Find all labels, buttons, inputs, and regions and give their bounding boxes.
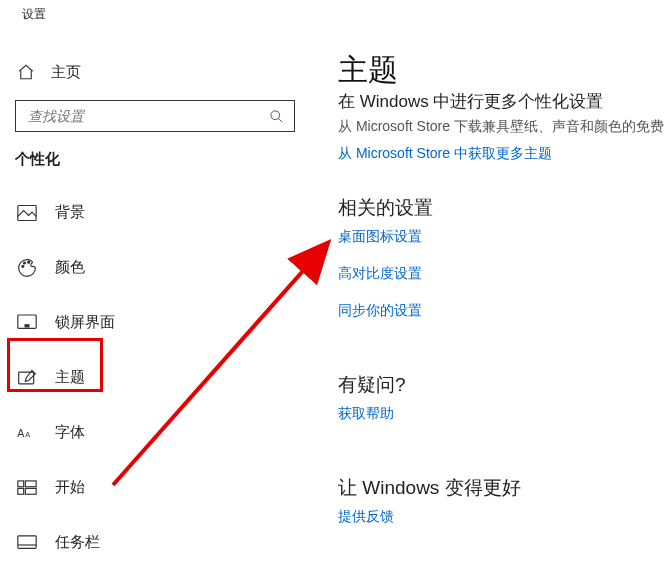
font-icon: A A [17,423,37,443]
svg-line-1 [278,118,282,122]
svg-rect-14 [25,488,36,494]
picture-icon [17,203,37,223]
sidebar-item-label: 开始 [55,478,85,497]
taskbar-icon [17,533,37,553]
svg-text:A: A [17,427,25,439]
related-heading: 相关的设置 [338,195,433,221]
settings-window: 设置 主页 个性化 [0,0,665,564]
palette-icon [17,258,37,278]
home-label: 主页 [51,63,81,82]
sidebar-item-fonts[interactable]: A A 字体 [0,405,300,460]
svg-point-4 [24,262,26,264]
sidebar-item-lockscreen[interactable]: 锁屏界面 [0,295,300,350]
sidebar-item-colors[interactable]: 颜色 [0,240,300,295]
sidebar: 主页 个性化 背景 [0,0,316,564]
sidebar-item-label: 任务栏 [55,533,100,552]
search-box[interactable] [15,100,295,132]
lockscreen-icon [17,313,37,333]
svg-text:A: A [25,430,30,439]
sidebar-item-label: 背景 [55,203,85,222]
improve-heading: 让 Windows 变得更好 [338,475,521,501]
sidebar-item-label: 字体 [55,423,85,442]
svg-rect-7 [25,324,30,327]
start-icon [17,478,37,498]
svg-point-0 [270,110,279,119]
section-description: 从 Microsoft Store 下载兼具壁纸、声音和颜色的免费 [338,118,664,136]
search-icon [268,108,284,124]
question-heading: 有疑问? [338,372,406,398]
desktop-icons-link[interactable]: 桌面图标设置 [338,228,422,246]
page-title: 主题 [338,50,398,91]
main-content: 主题 在 Windows 中进行更多个性化设置 从 Microsoft Stor… [338,0,665,564]
sync-settings-link[interactable]: 同步你的设置 [338,302,422,320]
sidebar-item-taskbar[interactable]: 任务栏 [0,515,300,564]
svg-rect-11 [18,480,24,486]
sidebar-section-title: 个性化 [15,150,60,169]
svg-rect-12 [25,480,36,486]
svg-rect-15 [18,536,36,549]
svg-rect-13 [18,488,24,494]
sidebar-item-label: 锁屏界面 [55,313,115,332]
search-input[interactable] [26,107,268,125]
sidebar-item-label: 颜色 [55,258,85,277]
feedback-link[interactable]: 提供反馈 [338,508,394,526]
theme-icon [17,368,37,388]
sidebar-item-themes[interactable]: 主题 [0,350,300,405]
sidebar-nav: 背景 颜色 [0,185,300,564]
high-contrast-link[interactable]: 高对比度设置 [338,265,422,283]
svg-point-3 [22,265,24,267]
get-help-link[interactable]: 获取帮助 [338,405,394,423]
home-icon [17,63,35,81]
sidebar-item-start[interactable]: 开始 [0,460,300,515]
home-button[interactable]: 主页 [17,60,81,84]
svg-point-5 [28,261,30,263]
sidebar-item-background[interactable]: 背景 [0,185,300,240]
more-themes-link[interactable]: 从 Microsoft Store 中获取更多主题 [338,145,552,163]
sidebar-item-label: 主题 [55,368,85,387]
section-subtitle: 在 Windows 中进行更多个性化设置 [338,90,603,113]
